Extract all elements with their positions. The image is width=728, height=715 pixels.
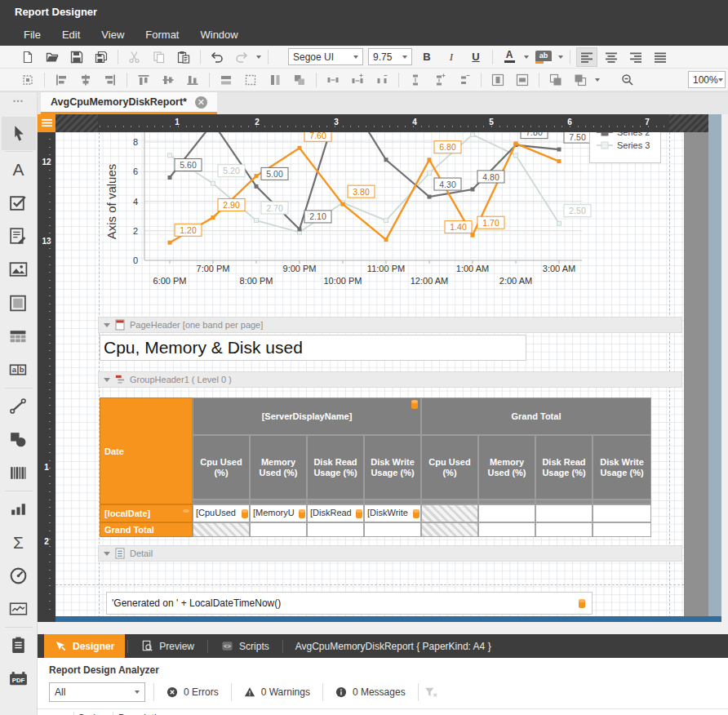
center-vertically-button[interactable]	[512, 70, 533, 90]
table-cell-total-5[interactable]	[478, 522, 535, 537]
view-tab-preview[interactable]: Preview	[131, 634, 205, 658]
table-cell-server-display-name[interactable]: [ServerDisplayName]	[193, 397, 421, 435]
table-cell-data-4[interactable]	[421, 504, 478, 522]
toolbox-item-gauge[interactable]	[2, 559, 36, 593]
table-cell-data-1[interactable]: [MemoryU	[250, 504, 307, 522]
align-right-button[interactable]	[625, 47, 646, 67]
space-down-button[interactable]	[405, 70, 426, 90]
chevron-down-icon[interactable]	[135, 691, 140, 694]
save-button[interactable]	[66, 47, 87, 67]
report-title-label[interactable]: Cpu, Memory & Disk used	[100, 335, 526, 361]
size-to-grid-button[interactable]	[240, 70, 261, 90]
table-cell-subheader-5[interactable]: Memory Used (%)	[478, 435, 535, 500]
band-menu-button[interactable]	[38, 114, 55, 132]
analyzer-info-count[interactable]: 0 Messages	[323, 686, 418, 698]
chevron-down-icon[interactable]	[353, 56, 358, 59]
chevron-down-icon[interactable]	[558, 56, 563, 59]
menu-item-format[interactable]: Format	[135, 24, 189, 45]
toolbox-item-picture-box[interactable]	[2, 253, 36, 286]
increase-space-down-button[interactable]	[429, 70, 451, 90]
table-cell-grand-total-header[interactable]: Grand Total	[421, 397, 651, 435]
analyzer-error-count[interactable]: 0 Errors	[154, 686, 231, 698]
font-name-combo[interactable]: Segoe UI	[288, 48, 363, 65]
table-cell-data-2[interactable]: [DiskRead	[307, 504, 364, 522]
table-cell-subheader-6[interactable]: Disk Read Usage (%)	[535, 435, 593, 500]
collapse-triangle-icon[interactable]	[104, 378, 110, 382]
table-cell-total-6[interactable]	[535, 522, 593, 537]
align-bottoms-button[interactable]	[182, 70, 203, 90]
table-cell-data-5[interactable]	[478, 504, 535, 522]
chevron-down-icon[interactable]	[256, 56, 261, 59]
menu-item-window[interactable]: Window	[189, 24, 248, 45]
underline-button[interactable]: U	[465, 47, 486, 67]
analyzer-filter-select[interactable]: All	[49, 682, 145, 702]
decrease-space-down-button[interactable]	[454, 70, 475, 90]
table-cell-total-3[interactable]	[364, 522, 421, 537]
zoom-out-button[interactable]	[617, 70, 638, 90]
table-cell-subheader-1[interactable]: Memory Used (%)	[250, 435, 307, 500]
menu-item-file[interactable]: File	[13, 24, 51, 45]
toolbox-item-shape[interactable]	[2, 423, 36, 456]
view-tab-designer[interactable]: Designer	[44, 634, 125, 658]
cross-tab-control[interactable]: Date[ServerDisplayName]Grand TotalCpu Us…	[100, 397, 651, 537]
toolbox-item-table[interactable]	[2, 320, 36, 353]
table-cell-grand-total-row[interactable]: Grand Total	[100, 522, 193, 537]
table-cell-total-7[interactable]	[593, 522, 651, 537]
view-tab-scripts[interactable]: <>Scripts	[211, 634, 280, 658]
toolbar-grip[interactable]	[7, 51, 11, 63]
align-center-button[interactable]	[601, 47, 622, 67]
chevron-down-icon[interactable]	[402, 56, 407, 59]
align-tops-button[interactable]	[133, 70, 154, 90]
toolbox-item-line[interactable]	[2, 389, 36, 423]
bring-to-front-button[interactable]	[545, 70, 566, 90]
table-cell-data-6[interactable]	[535, 504, 593, 522]
save-all-button[interactable]	[91, 47, 112, 67]
band-detail[interactable]: Detail	[98, 545, 682, 562]
same-size-button[interactable]	[289, 70, 310, 90]
toolbox-item-rich-text[interactable]	[2, 220, 36, 253]
band-group-header[interactable]: GroupHeader1 ( Level 0 )	[98, 371, 682, 388]
bold-button[interactable]: B	[416, 47, 437, 67]
collapse-triangle-icon[interactable]	[104, 323, 110, 327]
same-width-button[interactable]	[215, 70, 237, 90]
center-horizontally-button[interactable]	[487, 70, 508, 90]
table-cell-subheader-2[interactable]: Disk Read Usage (%)	[307, 435, 364, 500]
increase-space-across-button[interactable]	[347, 70, 368, 90]
toolbox-item-label[interactable]: A	[2, 153, 36, 186]
table-cell-total-4[interactable]	[421, 522, 478, 537]
toolbar-grip[interactable]	[607, 74, 610, 86]
menu-item-view[interactable]: View	[91, 24, 135, 45]
document-tab[interactable]: AvgCpuMemoryDiskReport* ✕	[41, 92, 217, 114]
toolbox-item-check-box[interactable]	[2, 186, 36, 220]
table-cell-total-0[interactable]	[193, 522, 250, 537]
menu-item-edit[interactable]: Edit	[51, 24, 91, 45]
align-justify-button[interactable]	[650, 47, 671, 67]
chevron-down-icon[interactable]	[524, 56, 529, 59]
highlight-button[interactable]: ab	[533, 47, 554, 67]
space-across-button[interactable]	[322, 70, 344, 90]
toolbox-item-page-info[interactable]	[2, 628, 36, 662]
toolbox-overflow-button[interactable]: …	[0, 92, 38, 114]
font-color-button[interactable]: A	[499, 47, 520, 67]
table-cell-data-7[interactable]	[593, 504, 651, 522]
align-centers-button[interactable]	[75, 70, 96, 90]
table-cell-subheader-0[interactable]: Cpu Used (%)	[193, 435, 250, 500]
toolbar-grip[interactable]	[7, 74, 11, 86]
cut-button[interactable]	[124, 47, 145, 67]
table-cell-data-0[interactable]: [CpuUsed	[193, 504, 250, 522]
toolbox-item-barcode[interactable]	[2, 456, 36, 490]
copy-button[interactable]	[149, 47, 170, 67]
toolbox-item-sparkline[interactable]	[2, 593, 36, 626]
analyzer-filter-button[interactable]	[420, 682, 442, 702]
band-page-header[interactable]: PageHeader [one band per page]	[98, 317, 682, 333]
toolbar-grip[interactable]	[277, 51, 281, 63]
font-size-combo[interactable]: 9.75	[368, 48, 412, 65]
horizontal-scroll-indicator[interactable]	[55, 616, 721, 622]
align-middles-button[interactable]	[158, 70, 179, 90]
align-rights-button[interactable]	[100, 70, 121, 90]
design-surface[interactable]: 024686:00 PM7:00 PM8:00 PM9:00 PM10:00 P…	[55, 132, 684, 622]
send-to-back-button[interactable]	[570, 70, 591, 90]
chevron-down-icon[interactable]	[595, 78, 600, 82]
table-cell-total-1[interactable]	[250, 522, 307, 537]
undo-button[interactable]	[206, 47, 228, 67]
